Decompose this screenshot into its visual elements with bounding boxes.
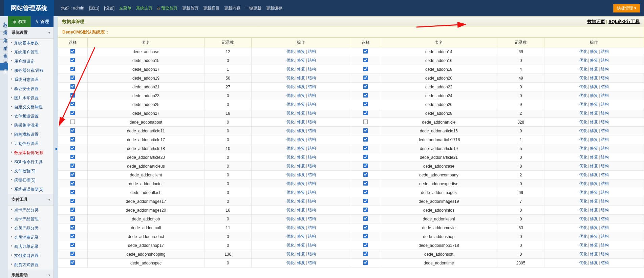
repair-link[interactable]: 修复 — [297, 120, 305, 124]
repair-link[interactable]: 修复 — [590, 111, 598, 115]
repair-link[interactable]: 修复 — [297, 67, 305, 71]
optimize-link[interactable]: 优化 — [579, 190, 587, 195]
repair-link[interactable]: 修复 — [297, 164, 305, 168]
structure-link[interactable]: 结构 — [601, 190, 609, 195]
repair-link[interactable]: 修复 — [590, 260, 598, 265]
structure-link[interactable]: 结构 — [308, 93, 316, 98]
row-checkbox[interactable] — [70, 163, 75, 168]
repair-link[interactable]: 修复 — [590, 93, 598, 98]
row-checkbox[interactable] — [363, 58, 368, 62]
structure-link[interactable]: 结构 — [308, 67, 316, 71]
structure-link[interactable]: 结构 — [308, 216, 316, 221]
row-checkbox[interactable] — [70, 154, 75, 159]
structure-link[interactable]: 结构 — [601, 137, 609, 142]
optimize-link[interactable]: 优化 — [286, 208, 295, 212]
menu-item[interactable]: SQL命令行工具 — [8, 157, 53, 167]
menu-item[interactable]: 自定义文档属性 — [8, 103, 53, 112]
update-cache-link[interactable]: 更新缓存 — [266, 5, 282, 11]
optimize-link[interactable]: 优化 — [579, 243, 587, 248]
structure-link[interactable]: 结构 — [308, 102, 316, 107]
repair-link[interactable]: 修复 — [297, 260, 305, 265]
structure-link[interactable]: 结构 — [601, 243, 609, 248]
structure-link[interactable]: 结构 — [601, 155, 609, 159]
structure-link[interactable]: 结构 — [601, 234, 609, 239]
structure-link[interactable]: 结构 — [601, 181, 609, 186]
structure-link[interactable]: 结构 — [308, 243, 316, 248]
structure-link[interactable]: 结构 — [601, 49, 609, 54]
optimize-link[interactable]: 优化 — [579, 137, 587, 142]
structure-link[interactable]: 结构 — [601, 172, 609, 177]
optimize-link[interactable]: 优化 — [286, 146, 295, 151]
structure-link[interactable]: 结构 — [601, 120, 609, 124]
repair-link[interactable]: 修复 — [297, 225, 305, 230]
sys-home-link[interactable]: 系统主页 — [136, 5, 152, 11]
row-checkbox[interactable] — [363, 225, 368, 230]
optimize-link[interactable]: 优化 — [286, 76, 295, 80]
collapse-handle[interactable]: ◄ — [54, 16, 58, 278]
menu-item[interactable]: 系统用户管理 — [8, 48, 53, 57]
optimize-link[interactable]: 优化 — [286, 67, 295, 71]
repair-link[interactable]: 修复 — [590, 67, 598, 71]
row-checkbox[interactable] — [70, 93, 75, 98]
row-checkbox[interactable] — [70, 119, 75, 124]
menu-item[interactable]: 病毒扫描[S] — [8, 176, 53, 185]
repair-link[interactable]: 修复 — [590, 172, 598, 177]
repair-link[interactable]: 修复 — [297, 76, 305, 80]
update-column-link[interactable]: 更新栏目 — [203, 5, 219, 11]
update-home-link[interactable]: 更新首页 — [182, 5, 198, 11]
repair-link[interactable]: 修复 — [590, 120, 598, 124]
row-checkbox[interactable] — [363, 163, 368, 168]
optimize-link[interactable]: 优化 — [286, 111, 295, 115]
row-checkbox[interactable] — [70, 84, 75, 89]
menu-item[interactable]: 验证安全设置 — [8, 84, 53, 93]
row-checkbox[interactable] — [363, 66, 368, 71]
row-checkbox[interactable] — [70, 75, 75, 80]
quick-manage-button[interactable]: 快捷管理 ▾ — [613, 4, 640, 13]
structure-link[interactable]: 结构 — [308, 111, 316, 115]
row-checkbox[interactable] — [70, 58, 75, 62]
settings-link[interactable]: [设置] — [104, 5, 114, 11]
side-tab[interactable]: 核心 — [0, 16, 8, 24]
optimize-link[interactable]: 优化 — [286, 260, 295, 265]
section-head[interactable]: 系统帮助 — [8, 270, 53, 278]
structure-link[interactable]: 结构 — [308, 190, 316, 195]
side-tab[interactable]: 模块 — [0, 24, 8, 32]
side-tab[interactable]: 模板 — [0, 55, 8, 63]
row-checkbox[interactable] — [363, 172, 368, 177]
data-restore-link[interactable]: 数据还原 — [587, 19, 605, 24]
structure-link[interactable]: 结构 — [601, 67, 609, 71]
repair-link[interactable]: 修复 — [297, 128, 305, 133]
add-button[interactable]: ⊕ 添加 — [8, 16, 31, 27]
optimize-link[interactable]: 优化 — [286, 172, 295, 177]
structure-link[interactable]: 结构 — [308, 234, 316, 239]
structure-link[interactable]: 结构 — [308, 146, 316, 151]
repair-link[interactable]: 修复 — [297, 216, 305, 221]
repair-link[interactable]: 修复 — [297, 58, 305, 63]
menu-item[interactable]: 点卡产品管理 — [8, 215, 53, 224]
optimize-link[interactable]: 优化 — [579, 84, 587, 89]
structure-link[interactable]: 结构 — [601, 102, 609, 107]
row-checkbox[interactable] — [363, 119, 368, 124]
row-checkbox[interactable] — [70, 251, 75, 256]
optimize-link[interactable]: 优化 — [286, 164, 295, 168]
row-checkbox[interactable] — [70, 225, 75, 230]
row-checkbox[interactable] — [363, 110, 368, 115]
structure-link[interactable]: 结构 — [308, 260, 316, 265]
row-checkbox[interactable] — [363, 207, 368, 212]
row-checkbox[interactable] — [363, 146, 368, 150]
one-click-update-link[interactable]: 一键更新 — [245, 5, 261, 11]
row-checkbox[interactable] — [363, 251, 368, 256]
row-checkbox[interactable] — [70, 146, 75, 150]
repair-link[interactable]: 修复 — [590, 102, 598, 107]
repair-link[interactable]: 修复 — [297, 172, 305, 177]
optimize-link[interactable]: 优化 — [286, 252, 295, 256]
optimize-link[interactable]: 优化 — [286, 190, 295, 195]
menu-item[interactable]: 防采集串混淆 — [8, 121, 53, 130]
optimize-link[interactable]: 优化 — [579, 234, 587, 239]
repair-link[interactable]: 修复 — [590, 49, 598, 54]
side-tab[interactable]: 生成 — [0, 32, 8, 40]
repair-link[interactable]: 修复 — [297, 243, 305, 248]
repair-link[interactable]: 修复 — [297, 49, 305, 54]
repair-link[interactable]: 修复 — [297, 102, 305, 107]
row-checkbox[interactable] — [363, 75, 368, 80]
